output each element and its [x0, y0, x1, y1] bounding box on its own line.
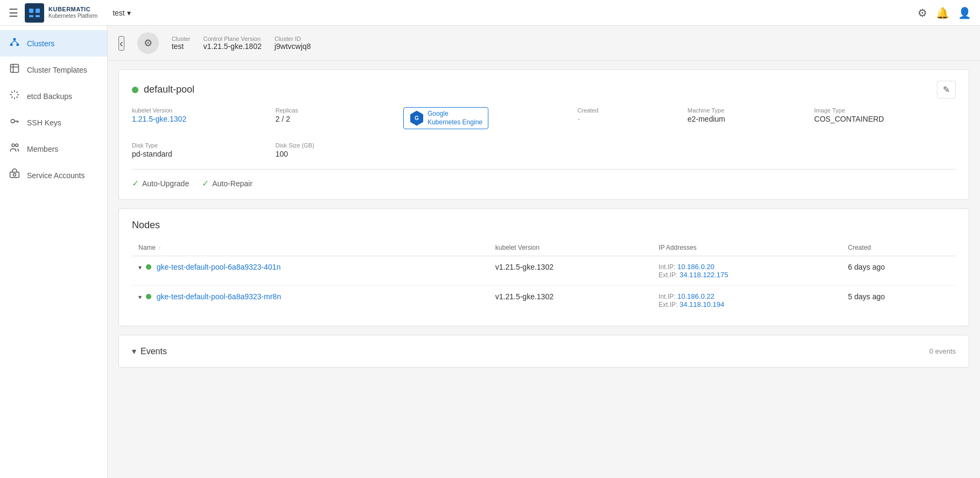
main-layout: Clusters Cluster Templates etcd Backups … — [0, 26, 980, 478]
pool-meta-grid: kubelet Version 1.21.5-gke.1302 Replicas… — [132, 107, 956, 158]
pool-header: default-pool ✎ — [132, 81, 956, 99]
events-count: 0 events — [929, 347, 956, 355]
top-header: ☰ KUBERMATIC Kubernetes Platform test ▾ … — [0, 0, 980, 26]
kubelet-version-item: kubelet Version 1.21.5-gke.1302 — [132, 107, 258, 129]
svg-point-6 — [16, 44, 19, 46]
ext-ip-label: Ext.IP: — [659, 301, 677, 308]
sidebar-label-service-accounts: Service Accounts — [27, 171, 85, 180]
content-area: ‹ ⚙ Cluster test Control Plane Version v… — [108, 26, 980, 478]
events-header: ▾ Events 0 events — [132, 346, 956, 356]
created-item: Created - — [577, 107, 670, 129]
disk-type-label: Disk Type — [132, 142, 258, 149]
back-button[interactable]: ‹ — [118, 36, 124, 51]
int-ip-label: Int.IP: — [659, 263, 675, 271]
brand-name: KUBERMATIC — [48, 6, 97, 13]
image-type-label: Image Type — [814, 107, 956, 114]
auto-upgrade-check-icon: ✓ — [132, 178, 139, 188]
settings-icon[interactable]: ⚙ — [918, 6, 927, 19]
col-header-created: Created — [842, 240, 956, 256]
events-title-row[interactable]: ▾ Events — [132, 346, 167, 356]
node-kubelet-cell: v1.21.5-gke.1302 — [489, 286, 652, 315]
cp-version-value: v1.21.5-gke.1802 — [204, 42, 262, 51]
account-icon[interactable]: 👤 — [958, 6, 971, 19]
svg-point-19 — [13, 173, 16, 176]
sidebar-label-etcd-backups: etcd Backups — [27, 92, 72, 101]
sidebar-label-cluster-templates: Cluster Templates — [27, 66, 87, 74]
sidebar-item-clusters[interactable]: Clusters — [0, 30, 107, 57]
templates-icon — [9, 63, 20, 76]
provider-hex-icon: G — [409, 111, 424, 126]
node-ip-cell: Int.IP: 10.186.0.22 Ext.IP: 34.118.10.19… — [652, 286, 842, 315]
sidebar-item-ssh-keys[interactable]: SSH Keys — [0, 109, 107, 136]
cluster-id-group: Cluster ID j9wtvcwjq8 — [275, 36, 311, 51]
provider-text: GoogleKubernetes Engine — [428, 110, 482, 126]
cp-version-group: Control Plane Version v1.21.5-gke.1802 — [204, 36, 262, 51]
edit-pool-button[interactable]: ✎ — [937, 81, 956, 99]
events-chevron-icon: ▾ — [132, 346, 136, 356]
logo-text: KUBERMATIC Kubernetes Platform — [48, 6, 97, 19]
int-ip-label: Int.IP: — [659, 293, 675, 300]
disk-size-label: Disk Size (GB) — [275, 142, 386, 149]
created-label: Created — [577, 107, 670, 114]
replicas-value: 2 / 2 — [275, 115, 386, 123]
nodes-card: Nodes Name ↑ kubelet Version IP Addresse… — [118, 208, 969, 326]
nodes-table: Name ↑ kubelet Version IP Addresses Crea… — [132, 240, 956, 315]
kubelet-label: kubelet Version — [132, 107, 258, 114]
node-int-ip: Int.IP: 10.186.0.20 — [659, 263, 835, 271]
provider-badge: G GoogleKubernetes Engine — [403, 107, 488, 129]
sidebar-label-ssh-keys: SSH Keys — [27, 118, 61, 127]
auto-repair-label: Auto-Repair — [212, 179, 253, 188]
node-name[interactable]: gke-test-default-pool-6a8a9323-mr8n — [157, 292, 281, 301]
node-name[interactable]: gke-test-default-pool-6a8a9323-401n — [157, 263, 281, 271]
ssh-keys-icon — [9, 116, 20, 129]
hamburger-icon[interactable]: ☰ — [9, 6, 18, 19]
cluster-id-label: Cluster ID — [275, 36, 311, 42]
logo-box — [25, 3, 44, 23]
sidebar-item-members[interactable]: Members — [0, 136, 107, 162]
service-accounts-icon — [9, 168, 20, 182]
sidebar-item-cluster-templates[interactable]: Cluster Templates — [0, 57, 107, 83]
node-int-ip: Int.IP: 10.186.0.22 — [659, 292, 835, 300]
notifications-icon[interactable]: 🔔 — [936, 6, 949, 19]
node-created-cell: 5 days ago — [842, 286, 956, 315]
members-icon — [9, 142, 20, 156]
image-type-value: COS_CONTAINERD — [814, 115, 956, 123]
events-title: Events — [141, 347, 167, 356]
node-name-cell: ▾ gke-test-default-pool-6a8a9323-mr8n — [132, 286, 489, 315]
provider-item: G GoogleKubernetes Engine — [403, 107, 560, 129]
cluster-name-group: Cluster test — [172, 36, 191, 51]
node-status-dot — [146, 264, 151, 270]
pool-card: default-pool ✎ kubelet Version 1.21.5-gk… — [118, 69, 969, 200]
svg-line-7 — [11, 41, 15, 44]
svg-point-12 — [11, 120, 15, 123]
svg-rect-9 — [11, 65, 19, 73]
events-card: ▾ Events 0 events — [118, 335, 969, 368]
svg-point-16 — [12, 144, 15, 146]
kubelet-value: 1.21.5-gke.1302 — [132, 115, 258, 123]
machine-type-label: Machine Type — [688, 107, 797, 114]
logo-area: KUBERMATIC Kubernetes Platform — [25, 3, 97, 23]
main-content: default-pool ✎ kubelet Version 1.21.5-gk… — [108, 61, 980, 478]
node-created-cell: 6 days ago — [842, 256, 956, 286]
created-value: - — [577, 115, 670, 123]
cluster-header-bar: ‹ ⚙ Cluster test Control Plane Version v… — [108, 26, 980, 61]
pool-title-row: default-pool — [132, 84, 194, 95]
sidebar-item-service-accounts[interactable]: Service Accounts — [0, 162, 107, 188]
machine-type-value: e2-medium — [688, 115, 797, 123]
sidebar-item-etcd-backups[interactable]: etcd Backups — [0, 83, 107, 109]
row-expand-icon[interactable]: ▾ — [138, 293, 142, 301]
col-header-kubelet: kubelet Version — [489, 240, 652, 256]
pool-status-dot — [132, 87, 138, 93]
replicas-item: Replicas 2 / 2 — [275, 107, 386, 129]
sidebar-label-members: Members — [27, 145, 58, 153]
col-header-name: Name ↑ — [132, 240, 489, 256]
node-kubelet-cell: v1.21.5-gke.1302 — [489, 256, 652, 286]
table-row: ▾ gke-test-default-pool-6a8a9323-401n v1… — [132, 256, 956, 286]
auto-upgrade-label: Auto-Upgrade — [142, 179, 189, 188]
svg-point-4 — [13, 38, 16, 41]
svg-rect-0 — [29, 9, 33, 13]
project-selector[interactable]: test ▾ — [113, 9, 131, 17]
table-row: ▾ gke-test-default-pool-6a8a9323-mr8n v1… — [132, 286, 956, 315]
row-expand-icon[interactable]: ▾ — [138, 264, 142, 271]
nodes-title: Nodes — [132, 220, 956, 231]
